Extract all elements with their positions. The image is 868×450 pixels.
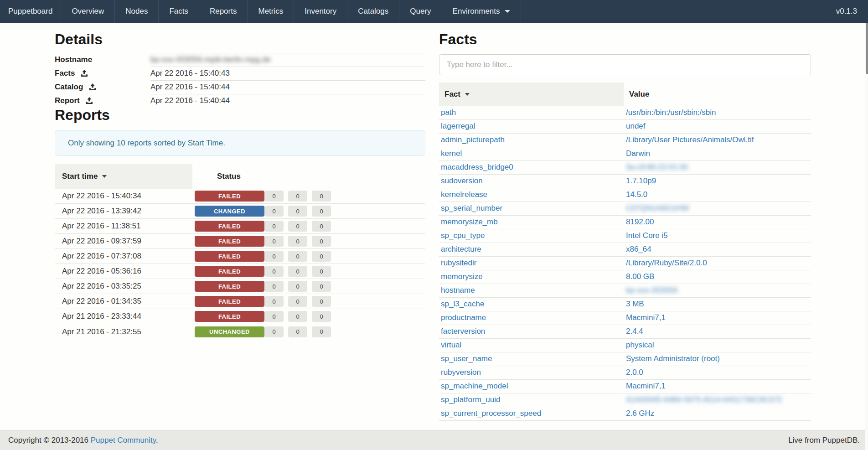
fact-name-link[interactable]: architecture [439, 245, 624, 254]
fact-value-link[interactable]: 1.7.10p9 [624, 176, 811, 186]
details-value-text: Apr 22 2016 - 15:40:44 [150, 96, 230, 105]
report-row: Apr 22 2016 - 07:37:08FAILED000 [55, 249, 425, 264]
fact-value-link[interactable]: /usr/bin:/bin:/usr/sbin:/sbin [624, 108, 811, 117]
fact-value-link[interactable]: 3 MB [624, 300, 811, 309]
reports-header-start-time[interactable]: Start time [55, 164, 192, 189]
fact-row: macaddress_bridge03a:c9:86:22:01:00 [439, 161, 811, 175]
fact-row: hostnamebp-osx-003056 [439, 284, 811, 298]
fact-value-link[interactable]: 2.6 GHz [624, 409, 811, 418]
upload-icon[interactable] [81, 70, 88, 77]
facts-header-fact[interactable]: Fact [439, 83, 624, 106]
fact-name-link[interactable]: rubysitedir [439, 259, 624, 268]
status-badge: FAILED [195, 281, 264, 292]
details-label: Facts [55, 67, 150, 80]
fact-name-link[interactable]: kernel [439, 149, 624, 158]
details-label: Report [55, 94, 150, 108]
fact-value-link[interactable]: physical [624, 341, 811, 350]
nav-item-metrics[interactable]: Metrics [248, 0, 294, 23]
scrollbar-thumb[interactable] [866, 23, 868, 74]
nav-item-catalogs[interactable]: Catalogs [347, 0, 399, 23]
facts-header-value[interactable]: Value [624, 83, 811, 106]
fact-value-link[interactable]: 3a:c9:86:22:01:00 [624, 163, 811, 172]
fact-name-link[interactable]: memorysize [439, 272, 624, 281]
fact-value-link[interactable]: /Library/Ruby/Site/2.0.0 [624, 259, 811, 268]
fact-name-link[interactable]: sp_l3_cache [439, 300, 624, 309]
fact-value-link[interactable]: 2.0.0 [624, 368, 811, 377]
status-badge: FAILED [195, 221, 264, 232]
event-count-badge: 0 [288, 191, 307, 202]
reports-header-status-label: Status [217, 172, 241, 181]
reports-header-status[interactable]: Status [192, 164, 425, 189]
fact-name-link[interactable]: sp_user_name [439, 354, 624, 363]
fact-value-link[interactable]: /Library/User Pictures/Animals/Owl.tif [624, 135, 811, 145]
nav-item-nodes[interactable]: Nodes [115, 0, 159, 23]
fact-value-link[interactable]: Macmini7,1 [624, 382, 811, 391]
fact-name-link[interactable]: admin_picturepath [439, 135, 624, 145]
status-badge: CHANGED [195, 206, 264, 217]
nav-brand-puppetboard[interactable]: Puppetboard [0, 0, 61, 23]
report-start-time: Apr 22 2016 - 15:40:34 [55, 191, 192, 201]
fact-value-link[interactable]: Macmini7,1 [624, 313, 811, 322]
fact-name-link[interactable]: sp_serial_number [439, 204, 624, 213]
report-row: Apr 21 2016 - 21:32:55UNCHANGED000 [55, 324, 425, 339]
nav-item-facts[interactable]: Facts [159, 0, 199, 23]
upload-icon[interactable] [89, 83, 96, 91]
status-badge: FAILED [195, 311, 264, 322]
fact-name-link[interactable]: sudoversion [439, 176, 624, 186]
fact-name-link[interactable]: facterversion [439, 327, 624, 336]
report-row: Apr 22 2016 - 11:38:51FAILED000 [55, 219, 425, 234]
upload-icon[interactable] [86, 97, 93, 104]
facts-filter-input[interactable] [439, 54, 811, 75]
details-value-text: Apr 22 2016 - 15:40:43 [150, 69, 230, 78]
reports-table-header: Start time Status [55, 164, 425, 189]
puppet-community-link[interactable]: Puppet Community [91, 436, 156, 445]
fact-value-link[interactable]: System Administrator (root) [624, 354, 811, 363]
fact-name-link[interactable]: macaddress_bridge0 [439, 163, 624, 172]
fact-value-link[interactable]: x86_64 [624, 245, 811, 254]
event-count-badge: 0 [288, 311, 307, 322]
nav-item-inventory[interactable]: Inventory [294, 0, 347, 23]
fact-row: lagerregalundef [439, 120, 811, 134]
fact-name-link[interactable]: sp_current_processor_speed [439, 409, 624, 418]
nav-item-overview[interactable]: Overview [61, 0, 115, 23]
event-count-badge: 0 [312, 266, 331, 277]
fact-value-link[interactable]: Darwin [624, 149, 811, 158]
event-count-badge: 0 [264, 236, 284, 247]
event-count-badge: 0 [264, 311, 284, 322]
nav-item-query[interactable]: Query [399, 0, 442, 23]
event-count-badge: 0 [312, 236, 331, 247]
fact-name-link[interactable]: productname [439, 313, 624, 322]
fact-row: sp_current_processor_speed2.6 GHz [439, 407, 811, 421]
fact-name-link[interactable]: virtual [439, 341, 624, 350]
fact-value-link[interactable]: 14.5.0 [624, 190, 811, 199]
main-content: Details Hostnamebp-osx-003056.mpib-berli… [0, 23, 868, 421]
fact-value-link[interactable]: 41A00045-6484-5975-8114-0A51736C9C072 [624, 395, 811, 404]
fact-name-link[interactable]: lagerregal [439, 122, 624, 131]
facts-column: Facts Fact Value path/usr/bin:/bin:/usr/… [439, 32, 811, 421]
event-count-badge: 0 [264, 326, 284, 337]
version-label: v0.1.3 [836, 7, 857, 16]
fact-row: sp_user_nameSystem Administrator (root) [439, 352, 811, 366]
fact-value-link[interactable]: C07QN1A6G1HW [624, 204, 811, 213]
fact-name-link[interactable]: path [439, 108, 624, 117]
fact-name-link[interactable]: kernelrelease [439, 190, 624, 199]
fact-value-link[interactable]: 8.00 GB [624, 272, 811, 281]
fact-value-link[interactable]: undef [624, 122, 811, 131]
fact-name-link[interactable]: sp_cpu_type [439, 231, 624, 240]
fact-row: memorysize8.00 GB [439, 270, 811, 284]
fact-name-link[interactable]: sp_platform_uuid [439, 395, 624, 404]
event-count-badge: 0 [312, 251, 331, 262]
fact-name-link[interactable]: memorysize_mb [439, 217, 624, 227]
details-value: Apr 22 2016 - 15:40:44 [150, 80, 425, 94]
fact-name-link[interactable]: hostname [439, 286, 624, 295]
fact-value-link[interactable]: 8192.00 [624, 217, 811, 227]
fact-value-link[interactable]: 2.4.4 [624, 327, 811, 336]
fact-row: admin_picturepath/Library/User Pictures/… [439, 134, 811, 147]
details-label-text: Facts [55, 69, 75, 78]
nav-dropdown-environments[interactable]: Environments [442, 0, 521, 23]
fact-name-link[interactable]: sp_machine_model [439, 382, 624, 391]
fact-value-link[interactable]: Intel Core i5 [624, 231, 811, 240]
nav-item-reports[interactable]: Reports [199, 0, 248, 23]
fact-value-link[interactable]: bp-osx-003056 [624, 286, 811, 295]
fact-name-link[interactable]: rubyversion [439, 368, 624, 377]
